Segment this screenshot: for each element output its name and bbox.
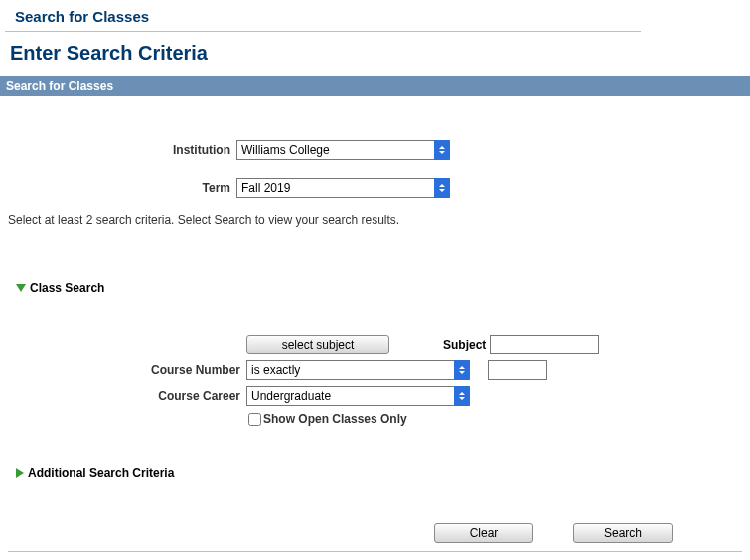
select-subject-button[interactable]: select subject	[246, 335, 389, 354]
search-button[interactable]: Search	[573, 523, 673, 543]
subject-label: Subject	[443, 338, 490, 351]
institution-row: Institution Williams College	[8, 140, 742, 160]
term-select[interactable]: Fall 2019	[236, 178, 450, 198]
course-career-label: Course Career	[8, 389, 246, 403]
main-content: Institution Williams College Term Fall 2…	[0, 96, 750, 560]
subject-row: select subject Subject	[8, 335, 742, 354]
class-search-header: Class Search	[30, 281, 104, 295]
course-career-row: Course Career Undergraduate	[8, 386, 742, 406]
class-search-toggle[interactable]: Class Search	[16, 277, 742, 299]
term-row: Term Fall 2019	[8, 178, 742, 198]
footer-actions: Clear Search	[8, 519, 742, 552]
additional-criteria-header: Additional Search Criteria	[28, 466, 174, 480]
show-open-label: Show Open Classes Only	[263, 412, 407, 426]
show-open-checkbox[interactable]	[248, 413, 261, 426]
course-number-row: Course Number is exactly	[8, 360, 742, 380]
clear-button[interactable]: Clear	[434, 523, 533, 543]
course-number-input[interactable]	[488, 360, 547, 380]
section-bar: Search for Classes	[0, 76, 750, 96]
additional-criteria-toggle[interactable]: Additional Search Criteria	[16, 462, 742, 484]
institution-select[interactable]: Williams College	[236, 140, 450, 160]
term-label: Term	[8, 181, 236, 195]
page-subtitle: Enter Search Criteria	[0, 32, 750, 76]
show-open-row: Show Open Classes Only	[248, 412, 742, 426]
course-number-op-select[interactable]: is exactly	[246, 360, 470, 380]
institution-label: Institution	[8, 143, 236, 157]
course-career-select[interactable]: Undergraduate	[246, 386, 470, 406]
course-number-label: Course Number	[8, 363, 246, 377]
instructions-text: Select at least 2 search criteria. Selec…	[8, 208, 742, 227]
chevron-right-icon	[16, 468, 24, 478]
subject-input[interactable]	[490, 335, 599, 354]
page-title: Search for Classes	[5, 0, 641, 32]
chevron-down-icon	[16, 284, 26, 292]
